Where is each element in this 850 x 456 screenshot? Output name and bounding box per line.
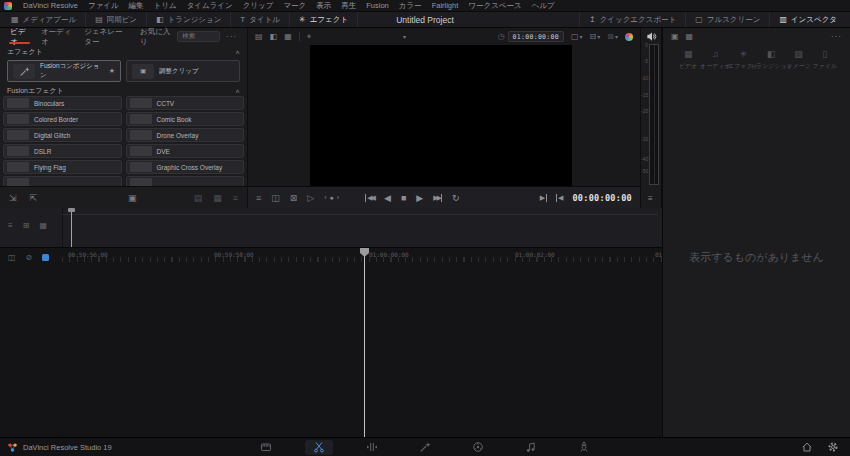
menu-item[interactable]: タイムライン — [182, 1, 238, 11]
effect-item[interactable]: Binoculars — [3, 96, 122, 110]
menu-item[interactable]: トリム — [149, 1, 182, 11]
inspector-tab[interactable]: ▨ イメージ — [785, 48, 811, 77]
effect-item[interactable]: CCTV — [126, 96, 245, 110]
toolbar-button[interactable]: ◧ トランジション — [147, 12, 231, 27]
previous-edit-icon[interactable]: ◀ — [556, 194, 563, 202]
menu-item[interactable]: クリップ — [238, 1, 279, 11]
menu-item[interactable]: 再生 — [336, 1, 361, 11]
clip-info-icon[interactable]: ▣ — [671, 32, 679, 41]
favorite-star-icon[interactable]: ★ — [109, 67, 115, 75]
menu-item[interactable]: 表示 — [311, 1, 336, 11]
effect-item[interactable]: Drone Overlay — [126, 128, 245, 142]
effect-item[interactable] — [126, 176, 245, 186]
mark-in-icon[interactable]: ‹ — [324, 194, 326, 201]
fairlight-page-button[interactable] — [517, 440, 545, 455]
menu-item[interactable]: Fusion — [361, 1, 394, 11]
snapping-icon[interactable] — [42, 254, 49, 261]
effects-tab[interactable]: お気に入り — [134, 28, 177, 45]
inspector-tab[interactable]: ▦ ビデオ — [675, 48, 701, 77]
search-input[interactable]: 検索 — [177, 31, 220, 42]
transform-dropdown[interactable]: ⊠▾ — [607, 32, 618, 41]
menu-item[interactable]: Fairlight — [427, 1, 464, 11]
upper-playhead-handle[interactable] — [68, 208, 75, 212]
timeline-options-icon[interactable]: ≡ — [8, 221, 13, 230]
media-page-button[interactable] — [252, 440, 280, 455]
toolbar-button[interactable]: ▦ メディアプール — [2, 12, 86, 27]
toolbar-button[interactable]: ▢ フルスクリーン — [685, 12, 769, 27]
toolbar-button[interactable]: ✳ エフェクト — [290, 12, 358, 27]
import-media-icon[interactable]: ⇲ — [9, 193, 17, 203]
timeline-zoom-bar[interactable] — [62, 214, 658, 215]
adjustment-clip-item[interactable]: ▣ 調整クリップ — [126, 60, 240, 82]
menu-item[interactable]: DaVinci Resolve — [18, 1, 83, 11]
collapse-chevron-icon[interactable]: ∧ — [235, 87, 240, 93]
effect-item[interactable]: Colored Border — [3, 112, 122, 126]
import-folder-icon[interactable]: ⇱ — [30, 193, 38, 203]
delete-clip-icon[interactable]: ⊠ — [290, 193, 298, 203]
next-edit-icon[interactable]: ▶ — [540, 194, 547, 202]
deliver-page-button[interactable] — [570, 440, 598, 455]
project-manager-icon[interactable] — [801, 441, 813, 453]
effect-item[interactable] — [3, 176, 122, 186]
menu-item[interactable]: ヘルプ — [527, 1, 560, 11]
play-around-icon[interactable]: ▷ — [307, 193, 314, 203]
playhead[interactable] — [364, 248, 365, 437]
effect-item[interactable]: DVE — [126, 144, 245, 158]
menu-item[interactable]: マーク — [278, 1, 311, 11]
go-to-start-icon[interactable]: ◀◀ — [365, 194, 374, 202]
upper-timeline[interactable]: ≡ ⊞ ▦ — [0, 208, 662, 248]
menu-item[interactable]: カラー — [394, 1, 427, 11]
source-tape-icon[interactable]: ◧ — [270, 32, 278, 41]
record-icon[interactable]: ● — [330, 194, 334, 201]
color-page-button[interactable] — [464, 440, 492, 455]
razor-icon[interactable]: ⊘ — [26, 253, 33, 262]
thumbnail-view-icon[interactable]: ▤ — [194, 193, 203, 203]
tools-icon[interactable]: ⌖ — [307, 32, 312, 42]
track-add-icon[interactable]: ⊞ — [23, 221, 30, 230]
upper-playhead[interactable] — [71, 208, 72, 247]
toolbar-button[interactable]: ▤ 同期ビン — [86, 12, 147, 27]
toolbar-button[interactable]: T タイトル — [231, 12, 290, 27]
output-dropdown[interactable]: ⊟▾ — [590, 32, 601, 41]
color-palette-icon[interactable] — [625, 33, 633, 41]
speaker-icon[interactable] — [646, 31, 657, 42]
capture-icon[interactable]: ▣ — [128, 193, 137, 203]
fusion-page-button[interactable] — [411, 440, 439, 455]
play-icon[interactable]: ▶ — [416, 193, 423, 203]
play-reverse-icon[interactable]: ◀ — [384, 193, 391, 203]
effect-item[interactable]: Graphic Cross Overlay — [126, 160, 245, 174]
menu-item[interactable]: ワークスペース — [463, 1, 526, 11]
meter-options-icon[interactable]: ≡ — [648, 194, 653, 203]
thumbnail-icon[interactable]: ▦ — [686, 32, 694, 41]
effects-tab[interactable]: オーディオ — [35, 28, 78, 45]
inspector-tab[interactable]: ◧ トランジション — [757, 48, 785, 77]
transport-timecode[interactable]: 00:00:00:00 — [572, 193, 632, 203]
mark-out-icon[interactable]: › — [337, 194, 339, 201]
loop-icon[interactable]: ↻ — [452, 193, 460, 203]
effect-item[interactable]: DSLR — [3, 144, 122, 158]
split-clip-icon[interactable]: ◫ — [271, 193, 280, 203]
timeline[interactable]: ◫ ⊘ 00:59:56:0000:59:58:0001:00:00:0001:… — [0, 248, 662, 437]
track-view-icon[interactable]: ▦ — [39, 221, 47, 230]
cut-page-button[interactable] — [305, 440, 333, 455]
camera-dropdown-icon[interactable]: ▾ — [403, 33, 406, 40]
stop-icon[interactable]: ■ — [401, 193, 406, 203]
list-view-icon[interactable]: ≡ — [233, 193, 238, 203]
effects-tab[interactable]: ビデオ — [4, 28, 35, 45]
fusion-composition-item[interactable]: Fusionコンポジション ★ — [7, 60, 121, 82]
collapse-chevron-icon[interactable]: ∧ — [235, 49, 240, 55]
go-to-end-icon[interactable]: ▶▶ — [433, 194, 442, 202]
toolbar-button[interactable]: ↥ クイックエクスポート — [579, 12, 685, 27]
toolbar-button[interactable]: ▥ インスペクタ — [769, 12, 846, 27]
effects-tab[interactable]: ジェネレーター — [78, 28, 134, 45]
effect-item[interactable]: Flying Flag — [3, 160, 122, 174]
effect-item[interactable]: Comic Book — [126, 112, 245, 126]
inspector-options-icon[interactable]: ··· — [831, 32, 842, 41]
edit-page-button[interactable] — [358, 440, 386, 455]
inspector-tab[interactable]: ▯ ファイル — [812, 48, 838, 77]
menu-item[interactable]: 編集 — [124, 1, 149, 11]
menu-item[interactable]: ファイル — [83, 1, 124, 11]
project-settings-icon[interactable] — [827, 441, 839, 453]
filmstrip-view-icon[interactable]: ▦ — [213, 193, 222, 203]
resolution-dropdown[interactable]: ▢▾ — [571, 32, 583, 41]
